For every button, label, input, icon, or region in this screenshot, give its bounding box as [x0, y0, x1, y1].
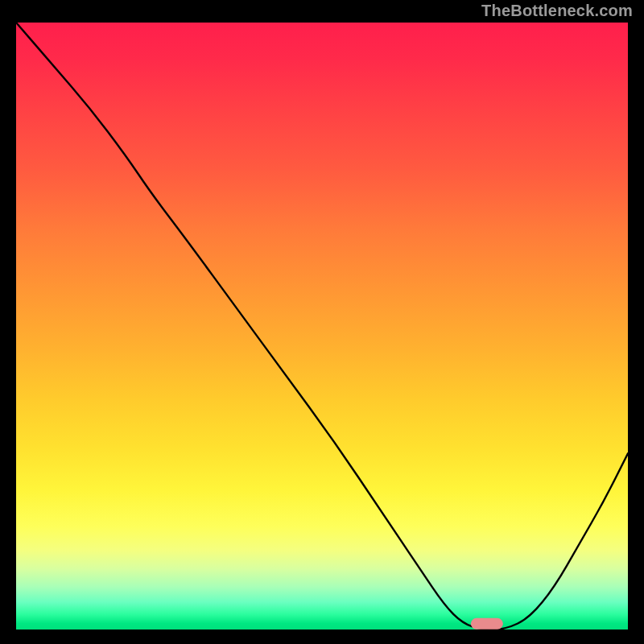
bottleneck-curve-path — [16, 23, 628, 630]
plot-area — [16, 23, 628, 630]
chart-frame: TheBottleneck.com — [0, 0, 644, 644]
watermark-text: TheBottleneck.com — [481, 2, 633, 20]
bottleneck-curve — [16, 23, 628, 630]
bottleneck-marker — [471, 618, 503, 630]
